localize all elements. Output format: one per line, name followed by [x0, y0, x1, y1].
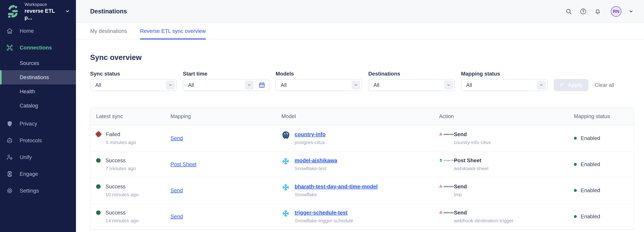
sidebar-item-label: Protocols: [20, 137, 42, 144]
sidebar-item-catalog[interactable]: Catalog: [0, 99, 76, 113]
model-source-text: postgres-citus: [294, 140, 326, 145]
sync-time-text: 10 minutes ago: [106, 192, 138, 198]
mapping-link[interactable]: Send: [170, 135, 183, 141]
destination-brand: webhooks: [439, 211, 454, 214]
apply-label: Apply: [568, 82, 583, 88]
chevron-down-icon[interactable]: [65, 8, 70, 14]
apply-button[interactable]: Apply: [554, 79, 588, 91]
sidebar-item-label: Sources: [20, 60, 39, 66]
destinations-select[interactable]: All: [368, 79, 455, 91]
sidebar-item-connections[interactable]: Connections: [0, 39, 76, 56]
sidebar-spacer: [0, 113, 76, 115]
workspace-name: reverse ETL p...: [24, 7, 61, 21]
model-link[interactable]: bharath-test-day-and-time-model: [294, 183, 378, 190]
chevron-down-icon[interactable]: [628, 9, 634, 14]
shield-icon: [6, 120, 13, 127]
start-time-select[interactable]: All: [183, 79, 270, 91]
latest-sync-cell: Success 14 minutes ago: [90, 204, 165, 230]
mapping-status-cell: Enabled: [568, 151, 634, 177]
success-status-icon: [96, 211, 100, 215]
page-title: Destinations: [90, 8, 127, 15]
model-link[interactable]: country-info: [294, 131, 326, 138]
tab-reverse-etl-sync-overview[interactable]: Reverse ETL sync overview: [140, 23, 206, 39]
sidebar-item-unify[interactable]: Unify: [0, 149, 76, 166]
sync-status-text: Success: [106, 183, 138, 190]
destination-brand: webhooks: [439, 132, 454, 136]
help-icon[interactable]: [580, 8, 587, 15]
mapping-link[interactable]: Post Sheet: [170, 161, 196, 167]
sidebar-item-label: Catalog: [20, 103, 38, 109]
sidebar-item-engage[interactable]: Engage: [0, 166, 76, 182]
clear-all-link[interactable]: Clear all: [595, 82, 614, 88]
select-value: All: [281, 82, 352, 88]
mapping-status-text: Enabled: [581, 187, 600, 194]
model-source-text: Snowflake: [294, 192, 378, 198]
column-header-mapping-status: Mapping status: [568, 108, 634, 125]
mapping-cell: Post Sheet: [165, 151, 276, 177]
app-root: Workspace reverse ETL p... Home Connecti…: [0, 0, 644, 232]
filter-destinations: Destinations All: [368, 70, 455, 91]
enabled-dot-icon: [574, 189, 577, 192]
select-value: All: [188, 82, 245, 88]
snowflake-icon: [281, 157, 290, 166]
model-cell: country-info postgres-citus: [276, 125, 434, 151]
sync-status-text: Success: [106, 210, 138, 216]
snowflake-icon: [281, 183, 290, 192]
enabled-dot-icon: [574, 215, 577, 218]
action-cell: webhooks Send tmp: [434, 178, 568, 203]
workspace-text: Workspace reverse ETL p...: [24, 1, 61, 21]
chevron-down-icon: [537, 81, 546, 90]
sidebar-item-settings[interactable]: Settings: [0, 182, 76, 199]
mapping-status-select[interactable]: All: [461, 79, 548, 91]
sidebar-item-home[interactable]: Home: [0, 22, 76, 39]
action-cell: webhooks Send country-info-citus: [434, 125, 568, 151]
brand-label: webhooks: [444, 185, 454, 188]
sidebar-item-label: Settings: [20, 188, 39, 194]
sidebar-item-destinations[interactable]: Destinations: [0, 70, 76, 84]
snowflake-icon: [281, 209, 290, 218]
sync-overview-table: Latest sync Mapping Model Action Mapping…: [90, 107, 634, 230]
action-sub-text: webhook-destination-trigger: [454, 218, 514, 224]
model-source-text: Snowflake-test: [294, 166, 337, 171]
model-cell: model-aishikawa Snowflake-test: [276, 151, 434, 177]
mapping-cell: Send: [165, 178, 276, 203]
destination-brand: Google Sheets: [439, 159, 454, 162]
sidebar-item-label: Home: [20, 28, 34, 34]
mapping-link[interactable]: Send: [170, 187, 183, 194]
table-row: Success 7 minutes ago Post Sheet model-a…: [90, 151, 634, 178]
model-link[interactable]: model-aishikawa: [294, 157, 337, 164]
sidebar-item-label: Destinations: [20, 74, 49, 80]
mapping-status-text: Enabled: [581, 135, 600, 141]
mapping-link[interactable]: Send: [170, 214, 183, 220]
connections-icon: [6, 44, 13, 51]
action-sub-text: country-info-citus: [454, 140, 491, 145]
model-link[interactable]: trigger-schedule-test: [294, 210, 353, 216]
tab-my-destinations[interactable]: My destinations: [90, 23, 127, 39]
column-header-latest-sync: Latest sync: [90, 108, 165, 125]
webhooks-icon: [439, 185, 442, 188]
chevron-down-icon: [166, 81, 175, 90]
tabs-bar: My destinations Reverse ETL sync overvie…: [76, 23, 644, 39]
workspace-switcher[interactable]: Workspace reverse ETL p...: [0, 0, 76, 22]
sync-status-select[interactable]: All: [90, 79, 177, 91]
enabled-dot-icon: [574, 137, 577, 140]
avatar[interactable]: RN: [611, 6, 622, 17]
action-title: Post Sheet: [454, 157, 488, 164]
action-sub-text: tmp: [454, 192, 467, 198]
sidebar-item-sources[interactable]: Sources: [0, 56, 76, 70]
notifications-icon[interactable]: [594, 8, 602, 15]
failed-status-icon: [95, 131, 102, 138]
sync-time-text: 7 minutes ago: [106, 166, 136, 171]
calendar-icon[interactable]: [256, 79, 268, 91]
search-icon[interactable]: [565, 8, 572, 15]
sidebar-item-health[interactable]: Health: [0, 84, 76, 99]
sidebar-item-protocols[interactable]: Protocols: [0, 132, 76, 149]
brand-label: webhooks: [444, 211, 454, 214]
action-title: Send: [454, 183, 467, 190]
filter-mapping-status: Mapping status All: [461, 70, 548, 91]
sync-status-text: Failed: [106, 131, 136, 138]
rudderstack-logo-icon: [6, 4, 20, 19]
engage-icon: [6, 171, 13, 178]
sidebar-item-privacy[interactable]: Privacy: [0, 115, 76, 132]
models-select[interactable]: All: [276, 79, 362, 91]
